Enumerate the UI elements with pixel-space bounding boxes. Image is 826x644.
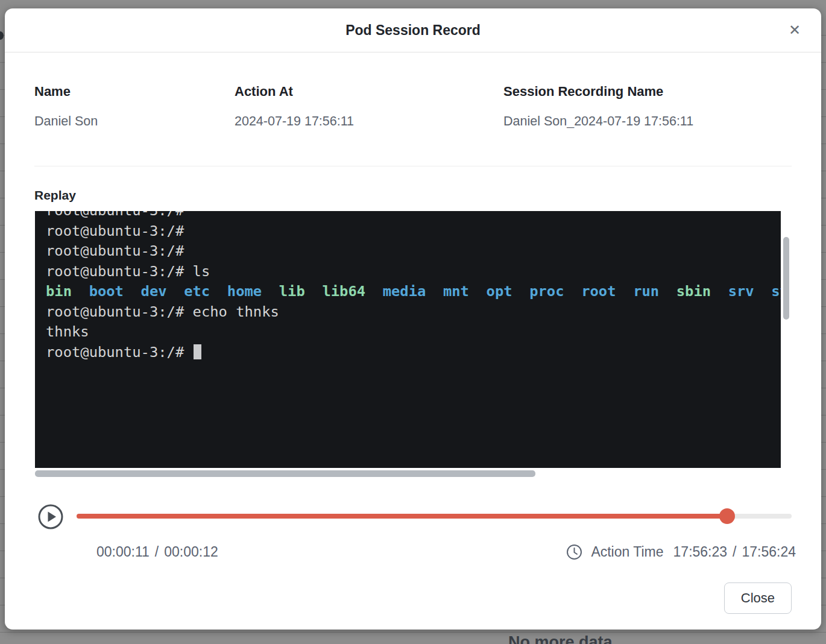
record-fields: Name Daniel Son Action At 2024-07-19 17:…	[5, 52, 821, 129]
ls-entry: etc	[184, 283, 210, 300]
ls-entry: boot	[89, 283, 124, 300]
terminal-line-prompt: root@ubuntu-3:/#	[46, 343, 781, 363]
pod-session-record-modal: Pod Session Record ✕ Name Daniel Son Act…	[5, 8, 821, 630]
ls-entry: mnt	[443, 283, 469, 300]
modal-title: Pod Session Record	[345, 22, 481, 39]
close-icon[interactable]: ✕	[789, 23, 801, 37]
modal-header: Pod Session Record ✕	[5, 8, 821, 52]
play-icon	[37, 504, 64, 530]
terminal-screen: root@ubuntu-3:/# root@ubuntu-3:/# root@u…	[35, 211, 781, 468]
action-time-label: Action Time	[591, 544, 663, 560]
terminal-content: root@ubuntu-3:/# root@ubuntu-3:/# root@u…	[46, 211, 781, 362]
backdrop-partial-text: No more data	[508, 633, 613, 644]
ls-entry: lib	[279, 283, 305, 300]
terminal-line-echo: root@ubuntu-3:/# echo thnks	[46, 302, 781, 323]
field-action-at-value: 2024-07-19 17:56:11	[235, 114, 503, 129]
field-session-recording-name: Session Recording Name Daniel Son_2024-0…	[503, 84, 693, 129]
field-action-at: Action At 2024-07-19 17:56:11	[235, 84, 503, 129]
playback-slider[interactable]	[77, 514, 792, 519]
replay-section-label: Replay	[34, 188, 821, 203]
action-time-separator: /	[733, 544, 736, 560]
terminal-horizontal-scrollbar[interactable]	[35, 470, 535, 477]
ls-entry: sbin	[676, 283, 711, 300]
terminal-cursor	[194, 344, 201, 359]
ls-entry: media	[383, 283, 426, 300]
elapsed-time: 00:00:11/00:00:12	[96, 544, 218, 560]
terminal-ls-output-line: binbootdevetchomeliblib64mediamntoptproc…	[46, 282, 781, 302]
field-action-at-label: Action At	[235, 84, 503, 99]
elapsed-total: 00:00:12	[164, 544, 218, 560]
play-button[interactable]	[37, 504, 64, 530]
time-separator: /	[155, 544, 159, 560]
terminal-line: root@ubuntu-3:/# ls	[46, 262, 781, 282]
times-row: 00:00:11/00:00:12 Action Time 17:56:23 /…	[5, 544, 821, 562]
playback-slider-fill	[77, 514, 727, 519]
terminal-line-echo-output: thnks	[46, 322, 781, 343]
close-button[interactable]: Close	[724, 582, 792, 614]
ls-entry: sys	[771, 283, 781, 300]
ls-entry: srv	[728, 283, 754, 300]
ls-entry: bin	[46, 283, 72, 300]
field-name-value: Daniel Son	[34, 114, 235, 129]
field-name-label: Name	[34, 84, 235, 99]
terminal-line-clipped: root@ubuntu-3:/#	[46, 211, 781, 221]
ls-entry: lib64	[322, 283, 365, 300]
terminal-vertical-scrollbar[interactable]	[783, 237, 789, 320]
field-session-recording-name-value: Daniel Son_2024-07-19 17:56:11	[503, 114, 693, 129]
action-time-end: 17:56:24	[742, 544, 796, 560]
playback-slider-handle[interactable]	[719, 508, 735, 524]
ls-entry: run	[633, 283, 659, 300]
ls-entry: home	[227, 283, 262, 300]
field-session-recording-name-label: Session Recording Name	[503, 84, 693, 99]
field-name: Name Daniel Son	[34, 84, 235, 129]
clock-icon	[566, 544, 582, 560]
section-divider	[34, 166, 792, 166]
action-time: Action Time 17:56:23 / 17:56:24	[566, 544, 796, 560]
ls-entry: dev	[141, 283, 167, 300]
screen: No more data Pod Session Record ✕ Name D…	[0, 0, 826, 644]
ls-entry: proc	[529, 283, 564, 300]
terminal-final-prompt: root@ubuntu-3:/#	[46, 344, 193, 361]
ls-entry: root	[581, 283, 616, 300]
terminal-line: root@ubuntu-3:/#	[46, 241, 781, 262]
elapsed-current: 00:00:11	[96, 544, 150, 560]
terminal-line: root@ubuntu-3:/#	[46, 221, 781, 242]
ls-entry: opt	[487, 283, 512, 300]
action-time-start: 17:56:23	[673, 544, 728, 560]
